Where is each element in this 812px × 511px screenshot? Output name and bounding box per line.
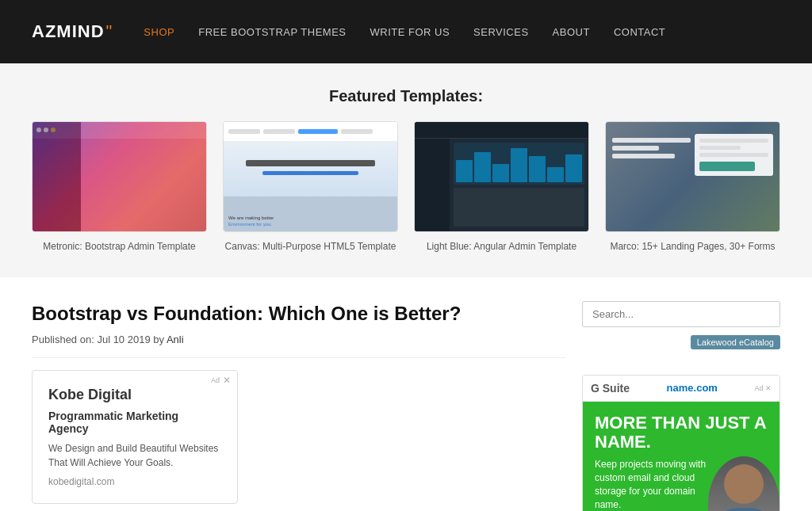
sidebar: Lakewood eCatalog G Suite name.com Ad ✕ … [582,301,780,511]
main-content: Bootstrap vs Foundation: Which One is Be… [0,277,812,511]
logo-area: AZMIND " [32,21,112,42]
article-title: Bootstrap vs Foundation: Which One is Be… [32,301,566,326]
template-card-canvas[interactable]: We are making betterEnvironment for you.… [223,121,398,254]
template-label-marco: Marco: 15+ Landing Pages, 30+ Forms [610,240,775,254]
logo-text: AZMIND [32,21,105,42]
gsuite-headline: MORE THAN JUST A NAME. [595,414,768,452]
meta-by: by [153,334,167,345]
logo-quote: " [106,21,113,42]
featured-section: Featured Templates: Metronic: Bootstrap … [0,63,812,277]
ad-badge-2: Ad ✕ [754,384,772,392]
person-head [724,464,764,504]
person-silhouette [708,456,779,511]
template-card-lightblue[interactable]: Light Blue: Angular Admin Template [414,121,589,254]
ad-close-button[interactable]: ✕ [223,375,231,386]
template-card-marco[interactable]: Marco: 15+ Landing Pages, 30+ Forms [605,121,780,254]
templates-grid: Metronic: Bootstrap Admin Template [32,121,780,254]
template-thumb-canvas: We are making betterEnvironment for you. [223,121,398,232]
template-thumb-lightblue [414,121,589,232]
meta-prefix: Published on: [32,334,97,345]
ad-tagline: Programmatic Marketing Agency [48,410,221,435]
article-area: Bootstrap vs Foundation: Which One is Be… [32,301,566,511]
nav-about[interactable]: ABOUT [553,26,590,38]
ad-company: Kobe Digital [48,387,221,403]
template-label-metronic: Metronic: Bootstrap Admin Template [43,240,196,254]
ad-label: Ad [211,376,220,384]
nav-services[interactable]: SERVICES [473,26,529,38]
nav-shop[interactable]: SHOP [144,26,174,38]
gsuite-ad-body: MORE THAN JUST A NAME. Keep projects mov… [583,402,779,511]
ad-url: kobedigital.com [48,476,221,487]
header: AZMIND " SHOP FREE BOOTSTRAP THEMES WRIT… [0,0,812,63]
main-nav: SHOP FREE BOOTSTRAP THEMES WRITE FOR US … [144,26,665,38]
template-label-lightblue: Light Blue: Angular Admin Template [427,240,576,254]
gsuite-ad-header: G Suite name.com Ad ✕ [583,376,779,402]
gsuite-logo: G Suite [591,382,630,395]
ad-container: Ad ✕ Kobe Digital Programmatic Marketing… [32,370,238,504]
template-card-metronic[interactable]: Metronic: Bootstrap Admin Template [32,121,207,254]
template-thumb-metronic [32,121,207,232]
nav-write-for-us[interactable]: WRITE FOR US [370,26,450,38]
nav-bootstrap-themes[interactable]: FREE BOOTSTRAP THEMES [198,26,346,38]
article-date: Jul 10 2019 [97,334,153,345]
template-thumb-marco [605,121,780,232]
search-input[interactable] [582,301,780,327]
search-badge[interactable]: Lakewood eCatalog [691,335,780,349]
ad-description: We Design and Build Beautiful Websites T… [48,441,221,470]
gsuite-sub: Keep projects moving with custom email a… [595,458,714,511]
featured-title: Featured Templates: [32,87,780,105]
sidebar-ad: G Suite name.com Ad ✕ MORE THAN JUST A N… [582,375,780,511]
template-label-canvas: Canvas: Multi-Purpose HTML5 Template [225,240,396,254]
article-author: Anli [167,334,184,345]
nav-contact[interactable]: CONTACT [614,26,665,38]
person-body [712,508,776,511]
article-meta: Published on: Jul 10 2019 by Anli [32,334,566,358]
namecom-logo: name.com [667,382,718,394]
